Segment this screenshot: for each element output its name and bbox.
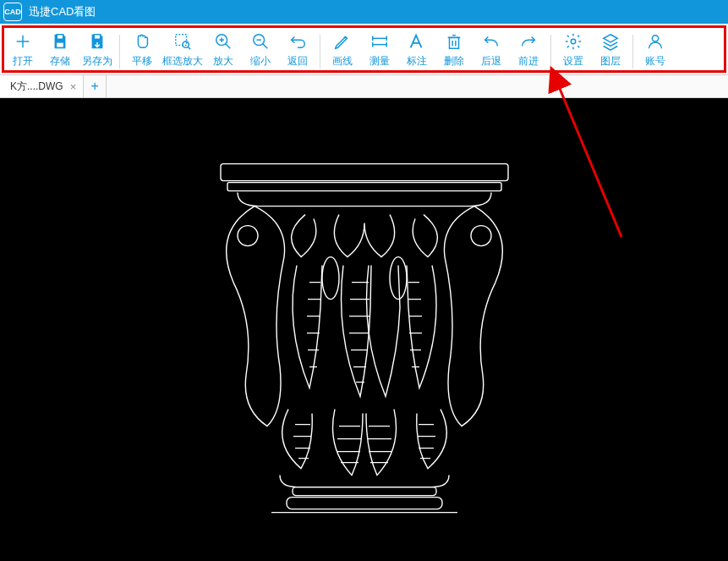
account-label: 账号: [645, 54, 665, 69]
redo-button[interactable]: 前进: [510, 31, 547, 69]
app-logo-text: CAD: [4, 8, 21, 16]
delete-button[interactable]: 删除: [435, 31, 473, 69]
toolbar-highlight-box: 打开存储另存为平移框选放大放大缩小返回画线测量标注删除后退前进设置图层账号: [2, 25, 726, 73]
undo-icon: [481, 31, 501, 52]
save-button[interactable]: 存储: [41, 31, 79, 69]
annotate-label: 标注: [407, 54, 427, 69]
svg-point-27: [652, 36, 658, 41]
zoomout-button[interactable]: 缩小: [242, 31, 279, 69]
svg-rect-29: [227, 182, 501, 190]
return-button[interactable]: 返回: [279, 31, 316, 69]
zoom-in-icon: [213, 31, 233, 52]
svg-point-26: [571, 39, 576, 44]
tab-bar: K方....DWG × +: [0, 74, 728, 98]
measure-label: 测量: [369, 54, 390, 69]
saveas-button[interactable]: 另存为: [79, 31, 116, 69]
zoomwin-label: 框选放大: [162, 54, 203, 69]
toolbar-separator: [550, 35, 551, 69]
toolbar-separator: [632, 35, 633, 69]
delete-label: 删除: [444, 54, 464, 69]
hand-icon: [132, 31, 152, 52]
saveas-icon: [87, 31, 107, 52]
svg-point-32: [322, 256, 339, 299]
layers-label: 图层: [600, 54, 621, 69]
plus-icon: [13, 31, 33, 52]
svg-rect-28: [221, 163, 508, 180]
return-label: 返回: [287, 54, 308, 69]
tab-label: K方....DWG: [10, 80, 63, 94]
layers-icon: [600, 31, 621, 52]
zoomin-button[interactable]: 放大: [205, 31, 242, 69]
open-label: 打开: [13, 54, 33, 69]
svg-point-31: [471, 225, 491, 245]
drawline-label: 画线: [332, 54, 353, 69]
save-icon: [50, 31, 70, 52]
redo-icon: [518, 31, 539, 52]
toolbar-separator: [320, 35, 320, 69]
svg-rect-3: [56, 42, 63, 47]
app-title: 迅捷CAD看图: [29, 4, 96, 19]
saveas-label: 另存为: [82, 54, 112, 69]
zoomwin-button[interactable]: 框选放大: [161, 31, 205, 69]
layers-button[interactable]: 图层: [592, 31, 629, 69]
svg-rect-34: [293, 487, 436, 495]
toolbar-separator: [119, 35, 120, 69]
svg-rect-21: [450, 37, 459, 48]
settings-button[interactable]: 设置: [555, 31, 592, 69]
drawline-button[interactable]: 画线: [324, 31, 361, 69]
svg-rect-4: [94, 35, 100, 40]
document-tab[interactable]: K方....DWG ×: [0, 75, 84, 97]
user-icon: [645, 31, 665, 52]
redo-label: 前进: [518, 54, 539, 69]
title-bar: CAD 迅捷CAD看图: [0, 0, 728, 24]
open-button[interactable]: 打开: [4, 31, 41, 69]
text-icon: [407, 31, 427, 52]
measure-icon: [369, 31, 390, 52]
account-button[interactable]: 账号: [637, 31, 674, 69]
pencil-icon: [332, 31, 353, 52]
undo-label: 后退: [481, 54, 501, 69]
annotate-button[interactable]: 标注: [398, 31, 435, 69]
measure-button[interactable]: 测量: [361, 31, 398, 69]
svg-rect-35: [287, 497, 442, 509]
trash-icon: [444, 31, 464, 52]
zoomout-label: 缩小: [250, 54, 271, 69]
pan-button[interactable]: 平移: [123, 31, 161, 69]
svg-line-9: [226, 44, 231, 49]
app-logo: CAD: [3, 3, 22, 21]
settings-label: 设置: [563, 54, 583, 69]
drawing-canvas[interactable]: [0, 98, 728, 561]
zoom-window-icon: [172, 31, 193, 52]
svg-point-30: [238, 225, 258, 245]
pan-label: 平移: [132, 54, 152, 69]
add-tab-label: +: [91, 79, 99, 94]
add-tab-button[interactable]: +: [84, 75, 107, 97]
close-icon[interactable]: ×: [70, 80, 77, 93]
zoom-out-icon: [250, 31, 271, 52]
svg-line-7: [188, 47, 190, 49]
zoomin-label: 放大: [213, 54, 233, 69]
svg-line-13: [263, 44, 268, 49]
main-toolbar: 打开存储另存为平移框选放大放大缩小返回画线测量标注删除后退前进设置图层账号: [4, 31, 724, 69]
svg-rect-2: [57, 35, 63, 40]
undo-button[interactable]: 后退: [473, 31, 510, 69]
svg-rect-5: [176, 35, 187, 46]
svg-point-6: [183, 41, 189, 47]
gear-icon: [563, 31, 583, 52]
return-icon: [287, 31, 308, 52]
save-label: 存储: [50, 54, 70, 69]
cad-drawing: [187, 155, 542, 519]
